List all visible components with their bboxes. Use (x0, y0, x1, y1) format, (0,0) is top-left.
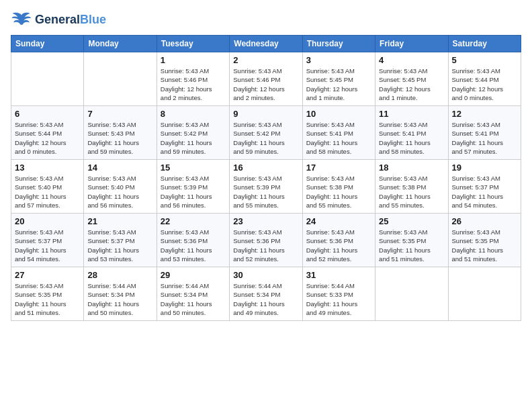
calendar-cell: 13Sunrise: 5:43 AM Sunset: 5:40 PM Dayli… (11, 160, 84, 214)
day-number: 10 (306, 109, 371, 119)
weekday-header-thursday: Thursday (302, 36, 375, 52)
day-number: 22 (161, 216, 226, 226)
week-row-1: 1Sunrise: 5:43 AM Sunset: 5:46 PM Daylig… (11, 52, 521, 106)
page-header: GeneralBlue (11, 11, 521, 30)
calendar-cell: 4Sunrise: 5:43 AM Sunset: 5:45 PM Daylig… (375, 52, 448, 106)
calendar-cell: 18Sunrise: 5:43 AM Sunset: 5:38 PM Dayli… (375, 160, 448, 214)
calendar-cell (84, 52, 157, 106)
calendar-cell: 21Sunrise: 5:43 AM Sunset: 5:37 PM Dayli… (84, 214, 157, 267)
day-number: 13 (15, 163, 80, 173)
weekday-header-wednesday: Wednesday (230, 36, 302, 52)
day-info: Sunrise: 5:43 AM Sunset: 5:42 PM Dayligh… (233, 120, 298, 156)
calendar-cell: 24Sunrise: 5:43 AM Sunset: 5:36 PM Dayli… (302, 214, 375, 267)
calendar-cell: 20Sunrise: 5:43 AM Sunset: 5:37 PM Dayli… (11, 214, 84, 267)
week-row-3: 13Sunrise: 5:43 AM Sunset: 5:40 PM Dayli… (11, 160, 521, 214)
weekday-header-sunday: Sunday (11, 36, 84, 52)
day-number: 11 (379, 109, 444, 119)
day-number: 3 (306, 55, 371, 65)
calendar-cell (375, 267, 448, 321)
week-row-4: 20Sunrise: 5:43 AM Sunset: 5:37 PM Dayli… (11, 214, 521, 267)
day-number: 30 (233, 270, 298, 280)
calendar-cell: 12Sunrise: 5:43 AM Sunset: 5:41 PM Dayli… (448, 106, 521, 160)
day-number: 8 (161, 109, 226, 119)
day-info: Sunrise: 5:43 AM Sunset: 5:35 PM Dayligh… (379, 228, 444, 263)
day-info: Sunrise: 5:44 AM Sunset: 5:34 PM Dayligh… (233, 281, 298, 317)
day-info: Sunrise: 5:43 AM Sunset: 5:37 PM Dayligh… (452, 174, 517, 210)
day-info: Sunrise: 5:43 AM Sunset: 5:44 PM Dayligh… (15, 120, 80, 156)
calendar-cell: 14Sunrise: 5:43 AM Sunset: 5:40 PM Dayli… (84, 160, 157, 214)
day-info: Sunrise: 5:43 AM Sunset: 5:41 PM Dayligh… (379, 120, 444, 156)
weekday-header-monday: Monday (84, 36, 157, 52)
day-number: 9 (233, 109, 298, 119)
calendar-cell: 10Sunrise: 5:43 AM Sunset: 5:41 PM Dayli… (302, 106, 375, 160)
day-number: 5 (452, 55, 517, 65)
day-number: 7 (87, 109, 152, 119)
day-info: Sunrise: 5:44 AM Sunset: 5:34 PM Dayligh… (87, 281, 152, 317)
calendar-cell (448, 267, 521, 321)
calendar-cell: 31Sunrise: 5:44 AM Sunset: 5:33 PM Dayli… (302, 267, 375, 321)
day-number: 26 (452, 216, 517, 226)
day-number: 19 (452, 163, 517, 173)
calendar-cell: 30Sunrise: 5:44 AM Sunset: 5:34 PM Dayli… (230, 267, 302, 321)
logo-icon (11, 11, 32, 30)
calendar-cell: 19Sunrise: 5:43 AM Sunset: 5:37 PM Dayli… (448, 160, 521, 214)
calendar-cell: 11Sunrise: 5:43 AM Sunset: 5:41 PM Dayli… (375, 106, 448, 160)
day-info: Sunrise: 5:43 AM Sunset: 5:45 PM Dayligh… (306, 66, 371, 102)
day-info: Sunrise: 5:43 AM Sunset: 5:38 PM Dayligh… (306, 174, 371, 210)
day-info: Sunrise: 5:43 AM Sunset: 5:36 PM Dayligh… (306, 228, 371, 263)
calendar-cell: 3Sunrise: 5:43 AM Sunset: 5:45 PM Daylig… (302, 52, 375, 106)
week-row-2: 6Sunrise: 5:43 AM Sunset: 5:44 PM Daylig… (11, 106, 521, 160)
day-info: Sunrise: 5:43 AM Sunset: 5:37 PM Dayligh… (15, 228, 80, 263)
day-number: 2 (233, 55, 298, 65)
day-number: 17 (306, 163, 371, 173)
day-number: 20 (15, 216, 80, 226)
day-info: Sunrise: 5:43 AM Sunset: 5:36 PM Dayligh… (161, 228, 226, 263)
calendar-cell: 1Sunrise: 5:43 AM Sunset: 5:46 PM Daylig… (157, 52, 229, 106)
calendar-cell: 15Sunrise: 5:43 AM Sunset: 5:39 PM Dayli… (157, 160, 229, 214)
day-info: Sunrise: 5:43 AM Sunset: 5:39 PM Dayligh… (233, 174, 298, 210)
calendar-table: SundayMondayTuesdayWednesdayThursdayFrid… (11, 35, 521, 321)
logo: GeneralBlue (11, 11, 106, 30)
day-info: Sunrise: 5:43 AM Sunset: 5:41 PM Dayligh… (452, 120, 517, 156)
weekday-header-row: SundayMondayTuesdayWednesdayThursdayFrid… (11, 36, 521, 52)
logo-text: GeneralBlue (35, 13, 106, 27)
day-number: 15 (161, 163, 226, 173)
day-number: 16 (233, 163, 298, 173)
day-info: Sunrise: 5:43 AM Sunset: 5:39 PM Dayligh… (161, 174, 226, 210)
day-info: Sunrise: 5:43 AM Sunset: 5:38 PM Dayligh… (379, 174, 444, 210)
day-info: Sunrise: 5:44 AM Sunset: 5:33 PM Dayligh… (306, 281, 371, 317)
day-info: Sunrise: 5:43 AM Sunset: 5:43 PM Dayligh… (87, 120, 152, 156)
day-number: 31 (306, 270, 371, 280)
day-info: Sunrise: 5:44 AM Sunset: 5:34 PM Dayligh… (161, 281, 226, 317)
calendar-cell: 28Sunrise: 5:44 AM Sunset: 5:34 PM Dayli… (84, 267, 157, 321)
calendar-cell: 29Sunrise: 5:44 AM Sunset: 5:34 PM Dayli… (157, 267, 229, 321)
weekday-header-friday: Friday (375, 36, 448, 52)
day-number: 6 (15, 109, 80, 119)
day-number: 27 (15, 270, 80, 280)
day-number: 25 (379, 216, 444, 226)
day-number: 23 (233, 216, 298, 226)
calendar-cell: 16Sunrise: 5:43 AM Sunset: 5:39 PM Dayli… (230, 160, 302, 214)
weekday-header-tuesday: Tuesday (157, 36, 229, 52)
day-info: Sunrise: 5:43 AM Sunset: 5:45 PM Dayligh… (379, 66, 444, 102)
calendar-cell: 26Sunrise: 5:43 AM Sunset: 5:35 PM Dayli… (448, 214, 521, 267)
day-number: 28 (87, 270, 152, 280)
day-number: 12 (452, 109, 517, 119)
day-info: Sunrise: 5:43 AM Sunset: 5:42 PM Dayligh… (161, 120, 226, 156)
day-number: 1 (161, 55, 226, 65)
day-info: Sunrise: 5:43 AM Sunset: 5:35 PM Dayligh… (452, 228, 517, 263)
day-info: Sunrise: 5:43 AM Sunset: 5:40 PM Dayligh… (87, 174, 152, 210)
day-number: 21 (87, 216, 152, 226)
day-info: Sunrise: 5:43 AM Sunset: 5:35 PM Dayligh… (15, 281, 80, 317)
calendar-cell: 8Sunrise: 5:43 AM Sunset: 5:42 PM Daylig… (157, 106, 229, 160)
calendar-cell: 7Sunrise: 5:43 AM Sunset: 5:43 PM Daylig… (84, 106, 157, 160)
day-info: Sunrise: 5:43 AM Sunset: 5:44 PM Dayligh… (452, 66, 517, 102)
calendar-cell: 6Sunrise: 5:43 AM Sunset: 5:44 PM Daylig… (11, 106, 84, 160)
day-number: 4 (379, 55, 444, 65)
day-info: Sunrise: 5:43 AM Sunset: 5:41 PM Dayligh… (306, 120, 371, 156)
week-row-5: 27Sunrise: 5:43 AM Sunset: 5:35 PM Dayli… (11, 267, 521, 321)
calendar-cell: 9Sunrise: 5:43 AM Sunset: 5:42 PM Daylig… (230, 106, 302, 160)
day-number: 29 (161, 270, 226, 280)
calendar-cell: 22Sunrise: 5:43 AM Sunset: 5:36 PM Dayli… (157, 214, 229, 267)
calendar-cell: 27Sunrise: 5:43 AM Sunset: 5:35 PM Dayli… (11, 267, 84, 321)
